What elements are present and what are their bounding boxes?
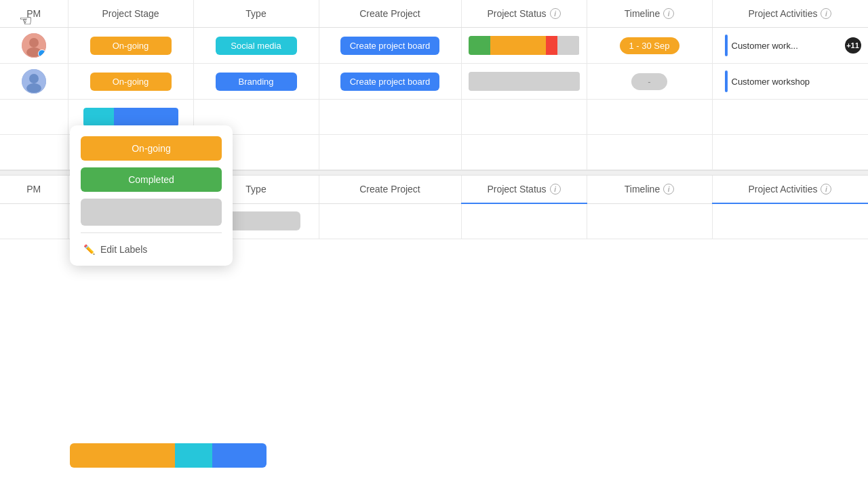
svg-point-5 <box>26 83 41 93</box>
activities-cell-2: Customer workshop <box>712 64 868 100</box>
avatar-1 <box>22 33 46 58</box>
th-pm: PM <box>0 0 68 28</box>
progress-bar-teal <box>175 443 212 468</box>
empty-activities-3 <box>712 100 868 135</box>
empty-status-3 <box>461 100 587 135</box>
timeline-info-icon[interactable]: i <box>663 8 674 19</box>
empty-timeline-3 <box>587 100 712 135</box>
create-cell-2[interactable]: Create project board <box>319 64 461 100</box>
avatar-badge-1 <box>38 49 46 58</box>
status-cell-1 <box>461 28 587 64</box>
bottom-create-1 <box>319 203 461 239</box>
type-badge-2[interactable]: Branding <box>216 73 297 91</box>
status-bar-2 <box>469 72 580 91</box>
th2-project-activities-info-icon[interactable]: i <box>821 184 831 195</box>
activities-container-2: Customer workshop <box>719 70 861 92</box>
th-project-activities[interactable]: Project Activities i <box>712 0 868 28</box>
th-type[interactable]: Type <box>193 0 319 28</box>
status-cell-2 <box>461 64 587 100</box>
create-project-btn-2[interactable]: Create project board <box>340 73 440 91</box>
th2-project-status-info-icon[interactable]: i <box>550 184 561 195</box>
dropdown-option-empty[interactable] <box>81 199 222 226</box>
progress-bar-blue <box>212 443 267 468</box>
svg-point-4 <box>29 74 39 83</box>
pm-cell-1 <box>0 28 68 64</box>
bottom-timeline-1 <box>587 203 712 239</box>
empty-pm-3 <box>0 100 68 135</box>
dropdown-option-ongoing[interactable]: On-going <box>81 136 222 161</box>
create-project-btn-1[interactable]: Create project board <box>340 37 440 55</box>
type-cell-2[interactable]: Branding <box>193 64 319 100</box>
stage-badge-2[interactable]: On-going <box>90 73 172 91</box>
stage-cell-1[interactable]: On-going <box>68 28 193 64</box>
th-project-stage[interactable]: Project Stage <box>68 0 193 28</box>
type-badge-1[interactable]: Social media <box>216 37 297 55</box>
th-timeline[interactable]: Timeline i <box>587 0 712 28</box>
empty-timeline-4 <box>587 135 712 170</box>
timeline-cell-2: - <box>587 64 712 100</box>
activity-badge-1[interactable]: +11 <box>845 37 861 54</box>
th2-project-activities[interactable]: Project Activities i <box>712 176 868 203</box>
bottom-activities-1 <box>712 203 868 239</box>
th-project-status[interactable]: Project Status i <box>461 0 587 28</box>
stage-badge-1[interactable]: On-going <box>90 37 172 55</box>
table-row: On-going Social media Create project boa… <box>0 28 868 64</box>
th2-timeline-info-icon[interactable]: i <box>663 184 674 195</box>
edit-labels-button[interactable]: ✏️ Edit Labels <box>81 239 222 255</box>
activity-text-1: Customer work... <box>732 41 841 51</box>
table-row: On-going Branding Create project board -… <box>0 64 868 100</box>
type-cell-1[interactable]: Social media <box>193 28 319 64</box>
activities-cell-1: Customer work... +11 <box>712 28 868 64</box>
avatar-2 <box>22 69 46 94</box>
empty-status-4 <box>461 135 587 170</box>
bottom-progress-bars <box>70 443 267 468</box>
th2-timeline[interactable]: Timeline i <box>587 176 712 203</box>
svg-point-1 <box>29 38 39 47</box>
stage-cell-2[interactable]: On-going <box>68 64 193 100</box>
progress-bar-orange <box>70 443 175 468</box>
empty-pm-4 <box>0 135 68 170</box>
th2-create-project: Create Project <box>319 176 461 203</box>
status-bar-1 <box>469 36 580 55</box>
stage-dropdown: On-going Completed ✏️ Edit Labels <box>70 125 233 266</box>
timeline-pill-1: 1 - 30 Sep <box>620 37 679 54</box>
edit-icon: ✏️ <box>83 244 95 255</box>
empty-create-3 <box>319 100 461 135</box>
project-activities-info-icon[interactable]: i <box>821 8 831 19</box>
empty-create-4 <box>319 135 461 170</box>
edit-labels-text[interactable]: Edit Labels <box>100 244 147 255</box>
bottom-status-1 <box>461 203 587 239</box>
th2-project-status[interactable]: Project Status i <box>461 176 587 203</box>
project-status-info-icon[interactable]: i <box>550 8 561 19</box>
dropdown-divider <box>81 232 222 233</box>
activity-text-2: Customer workshop <box>732 77 861 87</box>
create-cell-1[interactable]: Create project board <box>319 28 461 64</box>
th-create-project[interactable]: Create Project <box>319 0 461 28</box>
bottom-pm-1 <box>0 203 68 239</box>
activities-container-1: Customer work... +11 <box>719 35 861 56</box>
th2-pm: PM <box>0 176 68 203</box>
dropdown-option-completed[interactable]: Completed <box>81 167 222 192</box>
pm-cell-2 <box>0 64 68 100</box>
timeline-cell-1: 1 - 30 Sep <box>587 28 712 64</box>
empty-activities-4 <box>712 135 868 170</box>
activity-bar-2 <box>725 70 728 92</box>
timeline-dash-2: - <box>631 73 667 90</box>
activity-bar-1 <box>725 35 728 56</box>
